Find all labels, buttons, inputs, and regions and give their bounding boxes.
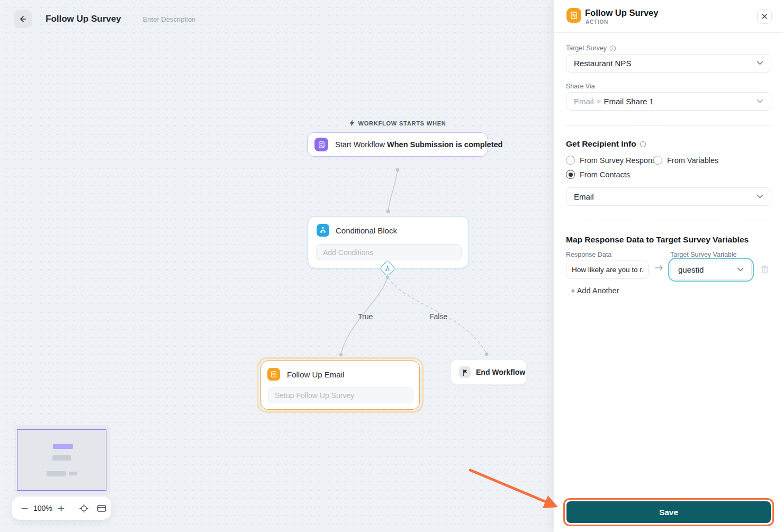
- response-data-label: Response Data: [566, 251, 611, 258]
- crosshair-icon: [79, 504, 88, 513]
- contact-field-select[interactable]: Email: [566, 187, 771, 206]
- radio-from-contacts[interactable]: From Contacts: [566, 170, 630, 179]
- chevron-down-icon: [757, 99, 763, 104]
- radio-circle[interactable]: [566, 156, 575, 165]
- response-data-select[interactable]: How likely are you to r...: [566, 260, 649, 279]
- panel-type-badge: ACTION: [586, 19, 608, 25]
- target-survey-select[interactable]: Restaurant NPS: [566, 54, 771, 73]
- minimap-node: [69, 472, 77, 475]
- plus-icon: [58, 505, 65, 512]
- minimap-node-selected: [53, 444, 73, 449]
- section-divider: [566, 220, 771, 220]
- recipient-info-heading: Get Recipient Info: [566, 139, 646, 149]
- save-button[interactable]: Save: [566, 501, 771, 523]
- share-via-select[interactable]: Email > Email Share 1: [566, 92, 771, 111]
- zoom-level: 100%: [33, 504, 52, 512]
- chevron-down-icon: [757, 194, 763, 199]
- radio-circle-checked[interactable]: [566, 170, 575, 179]
- panel-title: Follow Up Survey: [585, 8, 658, 18]
- branch-true-label: True: [358, 312, 373, 321]
- start-node-label: Start Workflow When Submission is comple…: [335, 140, 502, 149]
- share-value: Email Share 1: [604, 97, 654, 106]
- minimap-node: [47, 471, 66, 476]
- zoom-out-button[interactable]: [19, 503, 30, 514]
- workflow-canvas[interactable]: Follow Up Survey Enter Description WORKF…: [0, 0, 554, 532]
- fit-view-button[interactable]: [95, 502, 109, 515]
- delete-mapping-button[interactable]: [760, 265, 769, 276]
- setup-follow-up-survey-input[interactable]: Setup Follow Up Survey: [268, 387, 413, 403]
- radio-from-variables[interactable]: From Variables: [653, 156, 718, 165]
- branch-icon: [317, 224, 329, 237]
- survey-doc-icon: [314, 138, 328, 151]
- panel-header: Follow Up Survey ACTION: [554, 0, 783, 33]
- back-arrow-icon: [18, 14, 28, 24]
- branch-icon: [385, 266, 391, 272]
- info-icon: [609, 45, 616, 52]
- start-workflow-node[interactable]: Start Workflow When Submission is comple…: [307, 132, 488, 157]
- radio-from-survey-response[interactable]: From Survey Response: [566, 156, 660, 165]
- chevron-down-icon: [737, 267, 744, 272]
- action-config-panel: Follow Up Survey ACTION Target Survey Re…: [554, 0, 783, 532]
- chevron-down-icon: [757, 61, 763, 66]
- map-arrow-icon: [654, 264, 664, 274]
- follow-up-email-node[interactable]: Follow Up Email Setup Follow Up Survey: [260, 360, 420, 410]
- minus-icon: [21, 505, 28, 512]
- minimap-node: [52, 455, 71, 461]
- end-node-title: End Workflow: [476, 368, 525, 376]
- followup-node-title: Follow Up Email: [287, 370, 344, 379]
- section-divider: [566, 125, 771, 125]
- workflow-title: Follow Up Survey: [46, 14, 121, 24]
- breadcrumb-separator: >: [597, 98, 601, 105]
- fit-screen-icon: [97, 504, 106, 512]
- share-channel: Email: [574, 97, 594, 106]
- conditional-node-title: Conditional Block: [336, 226, 397, 235]
- minimap[interactable]: [15, 425, 110, 495]
- info-icon: [640, 141, 646, 148]
- share-via-label: Share Via: [566, 83, 595, 90]
- radio-circle[interactable]: [653, 156, 662, 165]
- add-another-button[interactable]: + Add Another: [571, 286, 619, 295]
- lightning-bolt-icon: [349, 120, 355, 127]
- zoom-in-button[interactable]: [56, 503, 67, 514]
- target-variable-label: Target Survey Variable: [670, 251, 737, 258]
- add-conditions-input[interactable]: Add Conditions: [316, 244, 462, 260]
- target-survey-label: Target Survey: [566, 44, 616, 52]
- conditional-block-node[interactable]: Conditional Block Add Conditions: [308, 216, 469, 268]
- canvas-header: Follow Up Survey Enter Description: [14, 10, 195, 28]
- canvas-zoom-toolbar: 100%: [12, 497, 111, 520]
- end-workflow-node[interactable]: End Workflow: [451, 359, 527, 385]
- flag-icon: [459, 366, 471, 378]
- survey-email-icon: [267, 368, 280, 381]
- workflow-description-placeholder[interactable]: Enter Description: [143, 15, 196, 23]
- close-icon: [761, 13, 768, 20]
- mapping-heading: Map Response Data to Target Survey Varia…: [566, 235, 749, 245]
- survey-email-icon: [566, 8, 581, 23]
- branch-false-label: False: [429, 312, 447, 321]
- back-button[interactable]: [14, 10, 32, 28]
- close-panel-button[interactable]: [757, 9, 772, 24]
- workflow-starts-when-caption: WORKFLOW STARTS WHEN: [349, 120, 446, 127]
- target-variable-select[interactable]: guestid: [670, 260, 752, 279]
- locate-center-button[interactable]: [77, 502, 91, 515]
- trash-icon: [760, 265, 769, 274]
